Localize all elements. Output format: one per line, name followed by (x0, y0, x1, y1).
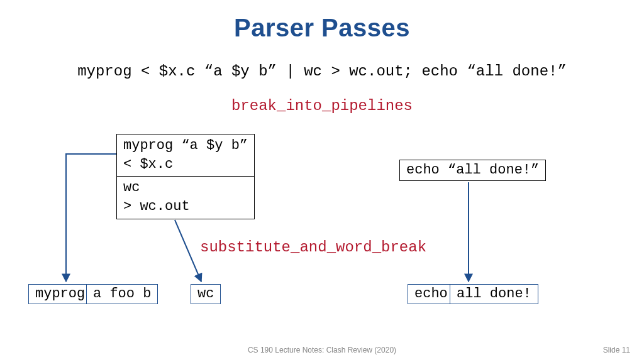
token-myprog: myprog (28, 284, 92, 304)
echo-box: echo “all done!” (399, 160, 546, 181)
footer-center: CS 190 Lecture Notes: Clash Review (2020… (0, 346, 644, 354)
token-a-foo-b: a foo b (86, 284, 158, 304)
pipeline-row-1-line-0: wc (123, 178, 248, 197)
arrow-pipeline-to-tokens-left (66, 154, 116, 282)
pipeline-row-0-line-0: myprog “a $y b” (123, 136, 248, 155)
arrow-pipeline-to-wc (175, 220, 201, 282)
pipeline-row-1: wc > wc.out (117, 176, 254, 218)
token-wc: wc (191, 284, 221, 304)
pipeline-row-1-line-1: > wc.out (123, 197, 248, 216)
arrows-layer (0, 0, 644, 362)
token-echo: echo (408, 284, 455, 304)
token-all-done: all done! (450, 284, 538, 304)
pipeline-row-0: myprog “a $y b” < $x.c (117, 134, 254, 176)
command-line: myprog < $x.c “a $y b” | wc > wc.out; ec… (0, 63, 644, 80)
pipeline-table: myprog “a $y b” < $x.c wc > wc.out (116, 134, 255, 219)
footer-slide-number: Slide 11 (603, 346, 630, 354)
slide-title: Parser Passes (0, 14, 644, 42)
pipeline-row-0-line-1: < $x.c (123, 155, 248, 174)
phase-label-break-into-pipelines: break_into_pipelines (0, 97, 644, 114)
phase-label-substitute-and-word-break: substitute_and_word_break (200, 239, 426, 256)
